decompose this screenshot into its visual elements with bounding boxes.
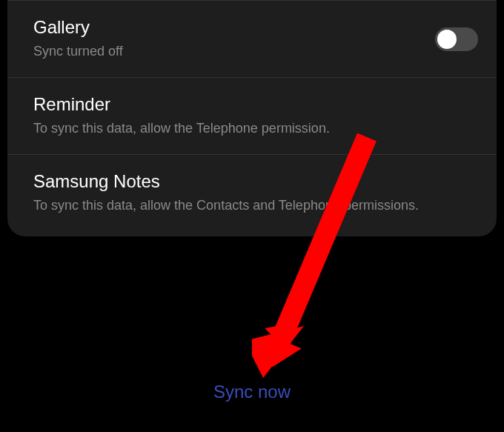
setting-title: Gallery <box>33 17 435 38</box>
setting-item-samsung-notes[interactable]: Samsung Notes To sync this data, allow t… <box>7 155 497 236</box>
toggle-knob <box>437 30 457 49</box>
svg-marker-0 <box>252 316 305 370</box>
setting-item-gallery[interactable]: Gallery Sync turned off <box>7 0 497 78</box>
setting-subtitle: To sync this data, allow the Contacts an… <box>33 196 478 215</box>
setting-title: Samsung Notes <box>33 171 478 192</box>
setting-content: Reminder To sync this data, allow the Te… <box>33 94 478 138</box>
setting-content: Samsung Notes To sync this data, allow t… <box>33 171 478 215</box>
setting-subtitle: To sync this data, allow the Telephone p… <box>33 119 478 138</box>
setting-content: Gallery Sync turned off <box>33 17 435 61</box>
settings-panel: Gallery Sync turned off Reminder To sync… <box>7 0 497 236</box>
gallery-toggle[interactable] <box>435 27 478 51</box>
setting-subtitle: Sync turned off <box>33 42 435 61</box>
svg-marker-1 <box>252 326 304 378</box>
sync-now-button[interactable]: Sync now <box>213 382 291 402</box>
setting-item-reminder[interactable]: Reminder To sync this data, allow the Te… <box>7 78 497 155</box>
setting-title: Reminder <box>33 94 478 115</box>
